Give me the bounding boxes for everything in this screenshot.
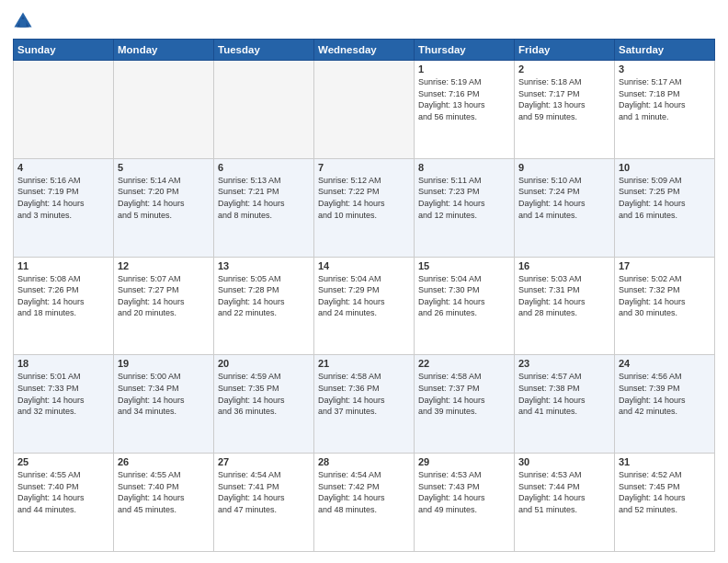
day-cell: 16Sunrise: 5:03 AM Sunset: 7:31 PM Dayli… (515, 257, 615, 355)
calendar: SundayMondayTuesdayWednesdayThursdayFrid… (13, 39, 715, 552)
day-info: Sunrise: 5:17 AM Sunset: 7:18 PM Dayligh… (619, 76, 711, 122)
weekday-header-saturday: Saturday (615, 40, 715, 61)
day-info: Sunrise: 5:14 AM Sunset: 7:20 PM Dayligh… (118, 175, 210, 221)
day-cell: 13Sunrise: 5:05 AM Sunset: 7:28 PM Dayli… (214, 257, 314, 355)
day-cell: 22Sunrise: 4:58 AM Sunset: 7:37 PM Dayli… (415, 355, 515, 454)
day-info: Sunrise: 5:07 AM Sunset: 7:27 PM Dayligh… (118, 273, 210, 319)
day-number: 20 (218, 358, 310, 369)
day-info: Sunrise: 5:00 AM Sunset: 7:34 PM Dayligh… (118, 371, 210, 417)
weekday-header-monday: Monday (114, 40, 214, 61)
weekday-header-thursday: Thursday (415, 40, 515, 61)
day-cell (314, 61, 415, 159)
day-info: Sunrise: 5:13 AM Sunset: 7:21 PM Dayligh… (218, 175, 310, 221)
day-number: 27 (218, 456, 310, 467)
day-number: 18 (17, 358, 109, 369)
day-number: 22 (418, 358, 510, 369)
day-number: 5 (118, 162, 210, 173)
day-cell: 7Sunrise: 5:12 AM Sunset: 7:22 PM Daylig… (314, 158, 415, 257)
day-cell: 25Sunrise: 4:55 AM Sunset: 7:40 PM Dayli… (14, 454, 114, 552)
svg-rect-2 (19, 19, 26, 28)
day-cell: 10Sunrise: 5:09 AM Sunset: 7:25 PM Dayli… (615, 158, 715, 257)
day-info: Sunrise: 5:10 AM Sunset: 7:24 PM Dayligh… (518, 175, 610, 221)
day-cell: 14Sunrise: 5:04 AM Sunset: 7:29 PM Dayli… (314, 257, 415, 355)
week-row-3: 11Sunrise: 5:08 AM Sunset: 7:26 PM Dayli… (14, 257, 715, 355)
day-number: 31 (619, 456, 711, 467)
day-cell: 5Sunrise: 5:14 AM Sunset: 7:20 PM Daylig… (114, 158, 214, 257)
day-number: 9 (518, 162, 610, 173)
day-number: 23 (518, 358, 610, 369)
day-number: 8 (418, 162, 510, 173)
day-number: 6 (218, 162, 310, 173)
day-cell: 29Sunrise: 4:53 AM Sunset: 7:43 PM Dayli… (415, 454, 515, 552)
day-number: 24 (619, 358, 711, 369)
week-row-4: 18Sunrise: 5:01 AM Sunset: 7:33 PM Dayli… (14, 355, 715, 454)
day-cell: 9Sunrise: 5:10 AM Sunset: 7:24 PM Daylig… (515, 158, 615, 257)
day-info: Sunrise: 4:55 AM Sunset: 7:40 PM Dayligh… (118, 469, 210, 515)
day-number: 21 (318, 358, 410, 369)
weekday-header-row: SundayMondayTuesdayWednesdayThursdayFrid… (14, 40, 715, 61)
day-info: Sunrise: 4:57 AM Sunset: 7:38 PM Dayligh… (518, 371, 610, 417)
day-cell: 4Sunrise: 5:16 AM Sunset: 7:19 PM Daylig… (14, 158, 114, 257)
day-number: 2 (518, 63, 610, 75)
day-cell: 6Sunrise: 5:13 AM Sunset: 7:21 PM Daylig… (214, 158, 314, 257)
day-number: 29 (418, 456, 510, 467)
day-number: 15 (418, 260, 510, 271)
day-info: Sunrise: 4:54 AM Sunset: 7:41 PM Dayligh… (218, 469, 310, 515)
day-info: Sunrise: 5:08 AM Sunset: 7:26 PM Dayligh… (17, 273, 109, 319)
day-cell: 21Sunrise: 4:58 AM Sunset: 7:36 PM Dayli… (314, 355, 415, 454)
day-info: Sunrise: 4:54 AM Sunset: 7:42 PM Dayligh… (318, 469, 410, 515)
day-number: 3 (619, 63, 711, 75)
day-info: Sunrise: 4:53 AM Sunset: 7:43 PM Dayligh… (418, 469, 510, 515)
week-row-2: 4Sunrise: 5:16 AM Sunset: 7:19 PM Daylig… (14, 158, 715, 257)
day-info: Sunrise: 5:02 AM Sunset: 7:32 PM Dayligh… (619, 273, 711, 319)
day-number: 4 (17, 162, 109, 173)
day-number: 11 (17, 260, 109, 271)
day-info: Sunrise: 5:03 AM Sunset: 7:31 PM Dayligh… (518, 273, 610, 319)
day-cell: 20Sunrise: 4:59 AM Sunset: 7:35 PM Dayli… (214, 355, 314, 454)
day-info: Sunrise: 5:04 AM Sunset: 7:30 PM Dayligh… (418, 273, 510, 319)
day-cell: 28Sunrise: 4:54 AM Sunset: 7:42 PM Dayli… (314, 454, 415, 552)
day-info: Sunrise: 5:11 AM Sunset: 7:23 PM Dayligh… (418, 175, 510, 221)
day-cell: 2Sunrise: 5:18 AM Sunset: 7:17 PM Daylig… (515, 61, 615, 159)
day-info: Sunrise: 5:05 AM Sunset: 7:28 PM Dayligh… (218, 273, 310, 319)
day-info: Sunrise: 4:55 AM Sunset: 7:40 PM Dayligh… (17, 469, 109, 515)
day-info: Sunrise: 4:56 AM Sunset: 7:39 PM Dayligh… (619, 371, 711, 417)
weekday-header-tuesday: Tuesday (214, 40, 314, 61)
day-number: 26 (118, 456, 210, 467)
day-info: Sunrise: 5:09 AM Sunset: 7:25 PM Dayligh… (619, 175, 711, 221)
weekday-header-wednesday: Wednesday (314, 40, 415, 61)
day-cell (14, 61, 114, 159)
day-number: 19 (118, 358, 210, 369)
weekday-header-sunday: Sunday (14, 40, 114, 61)
day-number: 16 (518, 260, 610, 271)
day-cell: 23Sunrise: 4:57 AM Sunset: 7:38 PM Dayli… (515, 355, 615, 454)
day-info: Sunrise: 4:58 AM Sunset: 7:37 PM Dayligh… (418, 371, 510, 417)
day-cell: 17Sunrise: 5:02 AM Sunset: 7:32 PM Dayli… (615, 257, 715, 355)
logo-icon (13, 11, 33, 31)
day-number: 25 (17, 456, 109, 467)
day-cell: 27Sunrise: 4:54 AM Sunset: 7:41 PM Dayli… (214, 454, 314, 552)
day-cell: 11Sunrise: 5:08 AM Sunset: 7:26 PM Dayli… (14, 257, 114, 355)
day-number: 12 (118, 260, 210, 271)
day-cell: 15Sunrise: 5:04 AM Sunset: 7:30 PM Dayli… (415, 257, 515, 355)
day-info: Sunrise: 4:52 AM Sunset: 7:45 PM Dayligh… (619, 469, 711, 515)
day-info: Sunrise: 5:04 AM Sunset: 7:29 PM Dayligh… (318, 273, 410, 319)
day-cell (214, 61, 314, 159)
day-cell: 30Sunrise: 4:53 AM Sunset: 7:44 PM Dayli… (515, 454, 615, 552)
day-number: 13 (218, 260, 310, 271)
day-info: Sunrise: 5:18 AM Sunset: 7:17 PM Dayligh… (518, 76, 610, 122)
day-number: 14 (318, 260, 410, 271)
day-info: Sunrise: 4:59 AM Sunset: 7:35 PM Dayligh… (218, 371, 310, 417)
day-number: 10 (619, 162, 711, 173)
day-cell: 26Sunrise: 4:55 AM Sunset: 7:40 PM Dayli… (114, 454, 214, 552)
day-info: Sunrise: 5:19 AM Sunset: 7:16 PM Dayligh… (418, 76, 510, 122)
day-info: Sunrise: 5:01 AM Sunset: 7:33 PM Dayligh… (17, 371, 109, 417)
day-info: Sunrise: 4:58 AM Sunset: 7:36 PM Dayligh… (318, 371, 410, 417)
day-number: 30 (518, 456, 610, 467)
day-info: Sunrise: 5:16 AM Sunset: 7:19 PM Dayligh… (17, 175, 109, 221)
week-row-1: 1Sunrise: 5:19 AM Sunset: 7:16 PM Daylig… (14, 61, 715, 159)
day-cell: 18Sunrise: 5:01 AM Sunset: 7:33 PM Dayli… (14, 355, 114, 454)
day-cell: 1Sunrise: 5:19 AM Sunset: 7:16 PM Daylig… (415, 61, 515, 159)
weekday-header-friday: Friday (515, 40, 615, 61)
day-number: 28 (318, 456, 410, 467)
